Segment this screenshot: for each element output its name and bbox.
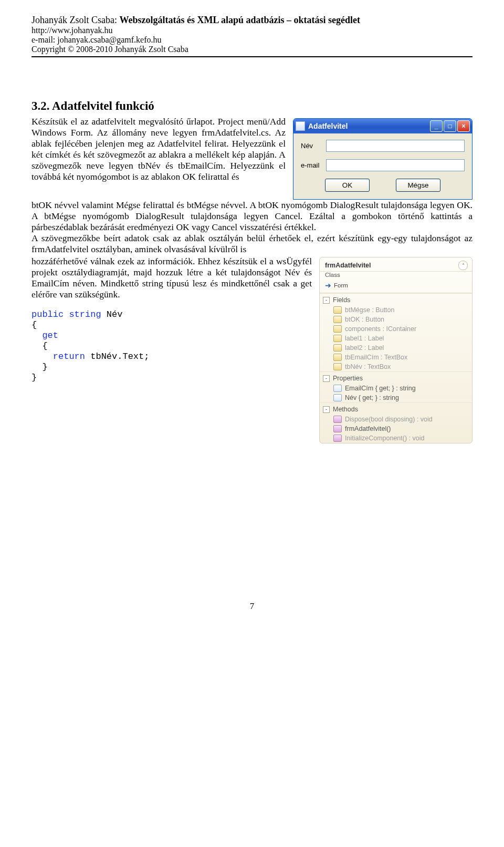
property-icon [333,394,342,401]
method-icon [333,425,342,432]
name-input[interactable] [326,140,465,152]
paragraph-2b: hozzáférhetővé válnak ezek az információ… [32,256,312,300]
cd-section-fields-label: Fields [333,296,350,304]
header-title-bold: Webszolgáltatás és XML alapú adatbázis –… [119,15,360,25]
header-title-line: Johanyák Zsolt Csaba: Webszolgáltatás és… [32,15,472,26]
property-item[interactable]: EmailCím { get; } : string [320,384,472,393]
cd-base-class: Form [334,282,348,288]
field-icon [333,306,342,314]
code-ident: Név [101,309,123,319]
method-icon [333,416,342,423]
collapse-icon[interactable]: ˄ [458,261,468,270]
cd-section-methods[interactable]: - Methods [320,402,472,415]
method-item[interactable]: frmAdatfelvitel() [320,424,472,433]
field-item[interactable]: btMégse : Button [320,305,472,315]
cd-section-properties[interactable]: - Properties [320,371,472,384]
header-email: e-mail: johanyak.csaba@gamf.kefo.hu [32,35,472,45]
paragraph-1b: btOK névvel valamint Mégse felirattal és… [32,200,472,233]
code-brace: } [32,373,37,383]
field-icon [333,363,342,370]
class-diagram: frmAdatfelvitel ˄ Class ➜ Form - Fields … [319,257,472,443]
method-item[interactable]: Dispose(bool disposing) : void [320,415,472,424]
email-input[interactable] [326,159,465,171]
close-button[interactable]: × [457,120,470,132]
header-copyright: Copyright © 2008-2010 Johanyák Zsolt Csa… [32,45,472,54]
page-number: 7 [32,601,472,612]
field-item[interactable]: components : IContainer [320,324,472,334]
cancel-button[interactable]: Mégse [396,179,440,192]
paragraph-1a: Készítsük el az adatfelvitelt megvalósít… [32,116,286,182]
window-titlebar[interactable]: Adatfelvitel _ □ × [293,119,472,133]
cd-section-fields[interactable]: - Fields [320,293,472,305]
page-header: Johanyák Zsolt Csaba: Webszolgáltatás és… [32,15,472,57]
cd-inherits: ➜ Form [320,280,472,293]
field-icon [333,354,342,361]
code-kw-return: return [32,352,85,361]
code-expr: tbNév.Text; [85,352,149,361]
code-kw-get: get [32,330,58,340]
field-item[interactable]: tbNév : TextBox [320,362,472,371]
code-brace: { [32,320,37,330]
label-name: Név [301,142,326,150]
header-url: http://www.johanyak.hu [32,26,472,35]
paragraph-2a: A szövegmezőkbe beírt adatok csak az abl… [32,233,472,255]
cd-class-kind: Class [320,272,472,280]
property-item[interactable]: Név { get; } : string [320,393,472,402]
code-kw-string: string [64,309,101,319]
form-window: Adatfelvitel _ □ × Név e-mail OK [293,118,472,200]
field-icon [333,316,342,323]
field-icon [333,325,342,333]
section-title: 3.2. Adatfelvitel funkció [32,99,472,113]
window-title: Adatfelvitel [308,122,430,130]
field-item[interactable]: label1 : Label [320,334,472,343]
window-body: Név e-mail OK Mégse [293,133,472,199]
field-item[interactable]: btOK : Button [320,315,472,324]
method-item[interactable]: InitializeComponent() : void [320,433,472,443]
cd-section-props-label: Properties [333,375,363,382]
field-item[interactable]: label2 : Label [320,343,472,353]
property-icon [333,385,342,392]
code-brace: { [32,341,48,351]
maximize-button[interactable]: □ [444,120,456,132]
app-icon [296,121,305,131]
cd-class-name: frmAdatfelvitel [325,262,458,269]
method-icon [333,435,342,442]
code-block: public string Név { get { return tbNév.T… [32,309,312,383]
field-icon [333,335,342,342]
ok-button[interactable]: OK [325,179,370,192]
code-brace: } [32,362,48,372]
header-author: Johanyák Zsolt Csaba: [32,15,119,25]
toggle-icon[interactable]: - [323,297,330,304]
label-email: e-mail [301,161,326,169]
field-icon [333,344,342,352]
code-kw-public: public [32,309,64,319]
cd-section-methods-label: Methods [333,406,358,413]
cd-header[interactable]: frmAdatfelvitel ˄ [320,257,472,272]
toggle-icon[interactable]: - [323,406,330,413]
field-item[interactable]: tbEmailCím : TextBox [320,353,472,362]
toggle-icon[interactable]: - [323,375,330,382]
minimize-button[interactable]: _ [430,120,443,132]
inherits-arrow-icon: ➜ [325,281,331,290]
